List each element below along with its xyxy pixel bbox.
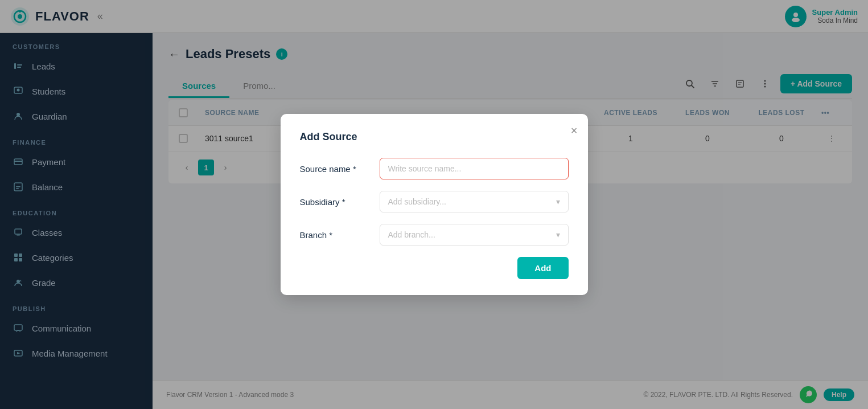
subsidiary-chevron-icon: ▾ xyxy=(556,197,560,206)
modal-overlay: Add Source × Source name * Subsidiary * … xyxy=(0,0,868,409)
subsidiary-label: Subsidiary * xyxy=(300,197,380,207)
branch-placeholder: Add branch... xyxy=(388,230,435,239)
source-name-input[interactable] xyxy=(380,158,569,179)
subsidiary-select[interactable]: Add subsidiary... ▾ xyxy=(380,191,569,212)
branch-select[interactable]: Add branch... ▾ xyxy=(380,224,569,246)
branch-field: Branch * Add branch... ▾ xyxy=(300,224,569,246)
source-name-label: Source name * xyxy=(300,164,380,174)
modal-title: Add Source xyxy=(300,131,569,143)
branch-chevron-icon: ▾ xyxy=(556,230,560,239)
modal-add-button[interactable]: Add xyxy=(517,257,568,279)
subsidiary-placeholder: Add subsidiary... xyxy=(388,197,446,206)
add-source-modal: Add Source × Source name * Subsidiary * … xyxy=(281,114,588,295)
modal-footer: Add xyxy=(300,257,569,279)
source-name-field: Source name * xyxy=(300,158,569,179)
modal-close-button[interactable]: × xyxy=(571,124,578,137)
branch-label: Branch * xyxy=(300,230,380,240)
subsidiary-field: Subsidiary * Add subsidiary... ▾ xyxy=(300,191,569,212)
